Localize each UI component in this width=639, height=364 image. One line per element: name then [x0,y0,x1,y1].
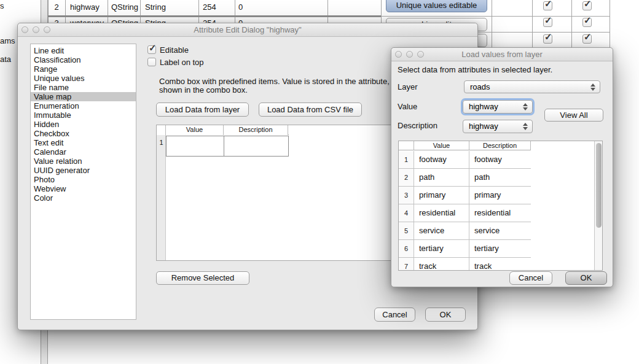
sidebar-item-color[interactable]: Color [31,193,136,203]
bg-checkbox[interactable]: ✓ [543,18,552,27]
value-dropdown-value: highway [469,102,498,111]
description-dropdown-value: highway [469,122,498,131]
sidebar-item-calendar[interactable]: Calendar [31,147,136,157]
sidebar-item-immutable[interactable]: Immutable [31,110,136,120]
sidebar-item-photo[interactable]: Photo [31,175,136,184]
description-cell[interactable]: footway [469,151,530,168]
description-cell[interactable]: service [469,222,530,239]
sidebar-item-checkbox[interactable]: Checkbox [31,129,136,138]
bg-checkbox[interactable]: ✓ [582,34,592,44]
layer-dropdown[interactable]: roads [464,80,600,93]
table-row[interactable]: 4residentialresidential [399,204,531,222]
sidebar-item-unique-values[interactable]: Unique values [31,74,136,83]
ok-button[interactable]: OK [425,308,466,322]
unique-values-editable-button[interactable]: Unique values editable [386,0,487,12]
sidebar-item-classification[interactable]: Classification [31,55,136,64]
value-cell[interactable]: service [414,222,469,239]
table-row[interactable]: 5serviceservice [399,222,531,240]
row-number: 2 [399,169,414,186]
bg-checkbox[interactable]: ✓ [543,34,552,44]
bg-checkbox[interactable]: ✓ [582,1,592,10]
label-on-top-checkbox-label: Label on top [160,58,204,67]
description-column-header[interactable]: Description [224,125,288,135]
cancel-button[interactable]: Cancel [374,308,415,322]
table-row[interactable]: 2pathpath [399,169,531,187]
row-number: 7 [399,258,414,271]
value-cell[interactable]: track [414,258,469,271]
description-cell[interactable]: primary [469,187,530,204]
table-header: ValueDescription [399,141,531,150]
instruction-text: Select data from attributes in selected … [398,65,552,74]
load-data-from-layer-button[interactable]: Load Data from layer [156,103,249,117]
scrollbar-thumb[interactable] [596,143,602,228]
check-icon: ✓ [544,31,552,42]
description-cell[interactable]: tertiary [469,240,530,257]
value-cell[interactable]: tertiary [414,240,469,257]
description-column-header[interactable]: Description [469,141,531,150]
widget-type-list[interactable]: Line edit Classification Range Unique va… [30,44,136,320]
load-values-dialog-titlebar[interactable]: Load values from layer [391,48,613,61]
check-icon: ✓ [584,15,592,26]
row-number: 1 [157,139,166,146]
grid-line [48,15,381,17]
value-column-header[interactable]: Value [166,125,224,135]
description-cell[interactable] [224,136,289,157]
check-icon: ✓ [584,0,592,9]
value-label: Value [398,102,417,111]
table-row[interactable]: 7tracktrack [399,258,531,271]
bg-checkbox[interactable]: ✓ [582,18,592,27]
description-cell[interactable]: residential [469,204,530,222]
description-cell[interactable]: path [469,169,530,186]
description-dropdown[interactable]: highway [463,120,533,133]
description-label: Description [398,121,437,130]
load-data-from-csv-button[interactable]: Load Data from CSV file [259,103,362,117]
value-cell[interactable]: residential [414,204,469,222]
dialog-title: Attribute Edit Dialog "highway" [18,25,477,34]
bg-field-length: 254 [203,2,216,12]
sidebar-item-range[interactable]: Range [31,64,136,74]
remove-selected-button[interactable]: Remove Selected [156,271,249,285]
view-all-button[interactable]: View All [544,109,603,122]
sidebar-item-value-map[interactable]: Value map [31,92,136,101]
sidebar-item-file-name[interactable]: File name [31,83,136,92]
bg-row-num: 2 [48,2,65,12]
sidebar-item-line-edit[interactable]: Line edit [31,46,136,55]
sidebar-item-enumeration[interactable]: Enumeration [31,101,136,110]
sidebar-item-hidden[interactable]: Hidden [31,120,136,129]
corner-header [399,141,414,150]
bg-field-typename: String [145,2,166,12]
editable-checkbox-label: Editable [160,45,189,55]
bg-checkbox[interactable]: ✓ [543,1,552,10]
widget-description-line2: shown in the combo box. [159,85,248,95]
value-column-header[interactable]: Value [414,141,469,150]
value-cell[interactable]: primary [414,187,469,204]
stepper-arrows-icon [523,123,528,130]
check-icon: ✓ [544,0,552,9]
cancel-button[interactable]: Cancel [509,271,552,285]
check-icon: ✓ [544,15,552,26]
value-dropdown[interactable]: highway [463,100,533,114]
table-row[interactable]: 1footwayfootway [399,151,531,169]
corner-header [157,125,166,135]
editable-checkbox[interactable]: ✓ [147,45,156,54]
layer-label: Layer [398,82,418,91]
sidebar-item-uuid-generator[interactable]: UUID generator [31,166,136,175]
sidebar-item-text-edit[interactable]: Text edit [31,138,136,147]
value-cell[interactable]: footway [414,151,469,168]
attribute-dialog-titlebar[interactable]: Attribute Edit Dialog "highway" [18,23,477,37]
ok-button[interactable]: OK [565,271,607,285]
row-number: 1 [399,151,414,168]
scrollbar[interactable] [594,141,602,270]
table-row[interactable]: 3primaryprimary [399,187,531,204]
value-cell[interactable] [166,136,224,157]
stepper-arrows-icon [523,103,528,110]
value-cell[interactable]: path [414,169,469,186]
sidebar-item-value-relation[interactable]: Value relation [31,157,136,166]
label-on-top-checkbox[interactable] [147,58,156,66]
description-cell[interactable]: track [469,258,530,271]
sidebar-item-webview[interactable]: Webview [31,184,136,193]
bg-label-fragment: ams [0,36,15,45]
stepper-arrows-icon [590,83,595,91]
table-row[interactable]: 6tertiarytertiary [399,240,531,258]
bg-field-name: highway [70,2,100,12]
